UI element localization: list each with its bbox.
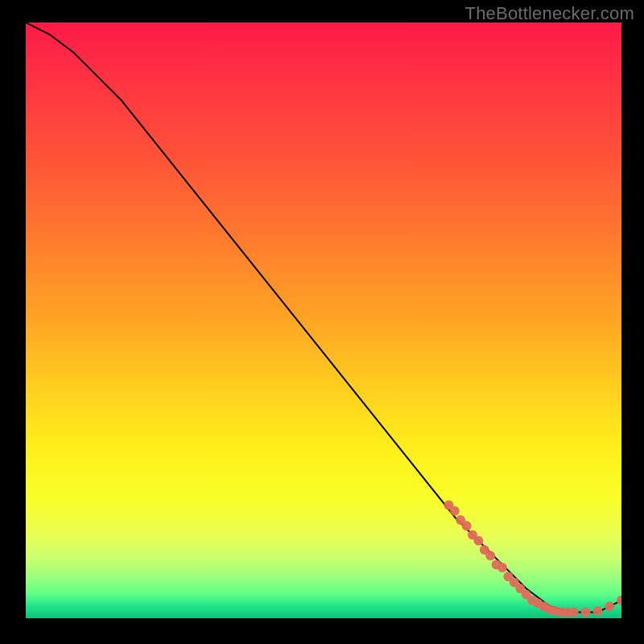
curve-point-marker — [462, 521, 472, 530]
curve-point-marker — [497, 563, 507, 572]
curve-point-marker — [581, 608, 591, 617]
curve-point-marker — [592, 606, 602, 616]
plot-area — [26, 23, 621, 618]
bottleneck-curve-path — [26, 23, 621, 613]
watermark-text: TheBottlenecker.com — [465, 3, 634, 24]
curve-point-marker — [617, 596, 621, 605]
curve-point-marker — [450, 506, 460, 516]
plot-svg — [26, 23, 621, 618]
chart-frame: TheBottlenecker.com — [0, 0, 644, 644]
curve-point-marker — [569, 608, 579, 617]
marker-layer — [444, 500, 621, 617]
curve-point-marker — [473, 536, 483, 546]
curve-point-marker — [605, 601, 614, 611]
curve-point-marker — [485, 551, 495, 560]
curve-layer — [26, 23, 621, 613]
